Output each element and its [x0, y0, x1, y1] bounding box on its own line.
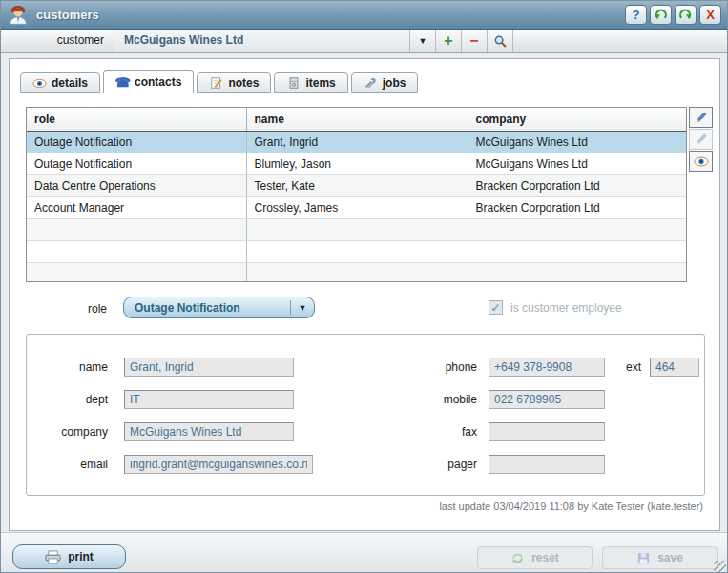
contacts-table: role name company Outage NotificationGra…	[26, 107, 687, 282]
cell-company: Bracken Corporation Ltd	[468, 196, 686, 218]
save-button-label: save	[657, 551, 683, 564]
pen-icon	[695, 111, 708, 124]
contacts-panel: details ☎ contacts notes	[9, 58, 720, 531]
tab-label: details	[52, 76, 88, 90]
cell-role: Outage Notification	[27, 153, 246, 174]
resize-grip[interactable]	[714, 561, 726, 573]
search-customer-button[interactable]	[488, 30, 512, 52]
tab-label: jobs	[383, 76, 406, 90]
ext-field[interactable]	[650, 358, 699, 377]
tab-notes[interactable]: notes	[197, 72, 271, 93]
tab-label: notes	[228, 76, 259, 90]
cell-company: McGuigans Wines Ltd	[468, 153, 686, 174]
reset-button[interactable]: reset	[477, 546, 593, 569]
person-avatar-icon	[8, 5, 29, 26]
save-button[interactable]: save	[602, 546, 718, 569]
is-customer-employee-checkbox[interactable]: ✓	[489, 300, 503, 315]
edit-contact-button[interactable]	[689, 107, 713, 128]
company-field[interactable]	[124, 422, 294, 441]
phone-field[interactable]	[489, 358, 605, 377]
tab-strip: details ☎ contacts notes	[20, 70, 418, 93]
table-row[interactable]: Account ManagerCrossley, JamesBracken Co…	[27, 196, 686, 218]
footer-bar: print reset save	[1, 532, 727, 573]
table-row-empty	[27, 240, 686, 262]
view-contact-button[interactable]	[689, 151, 713, 172]
role-dropdown[interactable]: Outage Notification ▼	[123, 297, 315, 318]
tab-label: contacts	[135, 75, 181, 89]
fax-label: fax	[382, 422, 477, 439]
remove-customer-button[interactable]: −	[462, 30, 487, 52]
table-row-empty	[27, 218, 686, 240]
mobile-label: mobile	[382, 390, 477, 406]
pager-field[interactable]	[489, 455, 605, 474]
tab-items[interactable]: items	[274, 72, 347, 93]
email-field[interactable]	[124, 455, 313, 474]
column-header-name[interactable]: name	[246, 108, 468, 131]
tab-label: items	[305, 76, 335, 90]
contact-actions	[689, 107, 713, 172]
cell-name: Crossley, James	[246, 196, 468, 218]
redo-button[interactable]	[675, 5, 697, 25]
table-row[interactable]: Data Centre OperationsTester, KateBracke…	[27, 174, 686, 196]
table-row[interactable]: Outage NotificationGrant, IngridMcGuigan…	[27, 131, 686, 153]
employee-checkbox-label: is customer employee	[510, 301, 622, 315]
cell-company: McGuigans Wines Ltd	[468, 131, 686, 153]
printer-icon	[45, 550, 61, 564]
cell-role: Account Manager	[27, 196, 246, 218]
eye-icon	[694, 156, 709, 167]
undo-arrow-icon	[654, 8, 668, 22]
cell-role: Data Centre Operations	[27, 174, 246, 196]
tab-details[interactable]: details	[20, 72, 100, 93]
cell-role: Outage Notification	[27, 131, 246, 153]
contact-detail-fieldset: name dept company email phone ext mobile…	[26, 334, 705, 496]
tools-icon	[364, 76, 378, 90]
customer-dropdown-button[interactable]: ▼	[410, 30, 435, 52]
phone-label: phone	[382, 358, 477, 374]
cell-name: Grant, Ingrid	[246, 131, 468, 153]
mobile-field[interactable]	[489, 390, 605, 409]
window-title: customers	[36, 8, 99, 22]
phone-icon: ☎	[115, 75, 130, 89]
cell-name: Tester, Kate	[246, 174, 468, 196]
table-row[interactable]: Outage NotificationBlumley, JasonMcGuiga…	[27, 153, 686, 174]
fax-field[interactable]	[489, 422, 605, 441]
email-label: email	[27, 455, 108, 471]
table-row-empty	[27, 262, 686, 282]
help-button[interactable]: ?	[625, 5, 647, 25]
redo-arrow-icon	[678, 8, 693, 22]
ext-label: ext	[613, 358, 641, 374]
chevron-down-icon: ▼	[291, 303, 314, 313]
role-label: role	[11, 302, 107, 316]
close-button[interactable]: X	[699, 5, 721, 25]
name-field[interactable]	[124, 358, 294, 377]
print-button-label: print	[68, 550, 94, 563]
table-header-row: role name company	[27, 108, 686, 131]
undo-button[interactable]	[650, 5, 672, 25]
contacts-table-body: Outage NotificationGrant, IngridMcGuigan…	[27, 131, 686, 282]
pen-icon	[695, 133, 708, 146]
tab-contacts[interactable]: ☎ contacts	[103, 70, 194, 93]
customer-label: customer	[1, 30, 114, 52]
add-customer-button[interactable]: +	[436, 30, 461, 52]
pager-label: pager	[382, 455, 477, 471]
customer-combobox[interactable]: McGuigans Wines Ltd	[114, 30, 409, 52]
customers-window: customers ? X customer McGuigans Wines L…	[0, 0, 728, 573]
role-dropdown-value: Outage Notification	[124, 301, 290, 315]
dept-field[interactable]	[124, 390, 294, 409]
titlebar: customers ? X	[1, 1, 727, 30]
cell-name: Blumley, Jason	[246, 153, 468, 174]
cell-company: Bracken Corporation Ltd	[468, 174, 686, 196]
column-header-company[interactable]: company	[468, 108, 686, 131]
name-label: name	[27, 358, 108, 374]
print-button[interactable]: print	[12, 544, 126, 569]
box-icon	[286, 76, 301, 90]
reset-button-label: reset	[531, 551, 559, 564]
eye-icon	[32, 76, 47, 90]
edit-contact-button-disabled[interactable]	[689, 129, 713, 150]
tab-jobs[interactable]: jobs	[351, 72, 419, 93]
employee-checkbox-row: ✓ is customer employee	[489, 300, 622, 315]
dept-label: dept	[27, 390, 108, 406]
column-header-role[interactable]: role	[27, 108, 246, 131]
company-label: company	[27, 422, 108, 439]
note-icon	[209, 76, 223, 90]
